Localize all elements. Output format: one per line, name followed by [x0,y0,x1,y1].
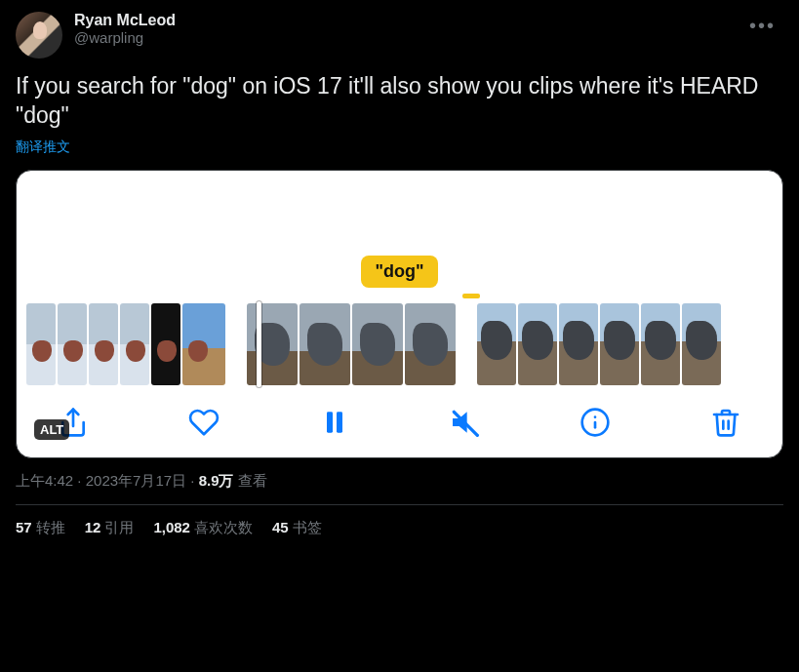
stats-row: 57转推 12引用 1,082喜欢次数 45书签 [16,519,783,537]
stat-likes[interactable]: 1,082喜欢次数 [153,519,253,537]
stat-label: 喜欢次数 [194,519,253,535]
stat-label: 引用 [104,519,134,535]
timeline-thumb[interactable] [89,303,118,385]
timeline-thumb[interactable] [682,303,721,385]
tweet-text: If you search for "dog" on iOS 17 it'll … [16,72,783,131]
heart-icon[interactable] [188,407,220,438]
svg-rect-1 [327,412,333,432]
clip-group-1[interactable] [26,303,225,385]
stat-num: 45 [272,519,289,535]
clip-group-3[interactable] [477,303,721,385]
timeline-thumb[interactable] [477,303,516,385]
timeline-thumb[interactable] [518,303,557,385]
trash-icon[interactable] [710,407,741,438]
divider [16,504,783,505]
timeline-thumb[interactable] [352,303,403,385]
meta-time[interactable]: 上午4:42 [16,472,73,489]
media-toolbar [17,385,782,438]
tweet-container: Ryan McLeod @warpling ••• If you search … [0,0,799,537]
meta-date[interactable]: 2023年7月17日 [86,472,186,489]
tweet-header: Ryan McLeod @warpling ••• [16,12,783,59]
translate-link[interactable]: 翻译推文 [16,138,783,156]
timeline-thumb[interactable] [405,303,456,385]
user-block: Ryan McLeod @warpling [74,12,741,46]
stat-retweets[interactable]: 57转推 [16,519,65,537]
stat-label: 书签 [293,519,322,535]
meta-sep: · [186,472,199,489]
timeline-thumb[interactable] [182,303,225,385]
timeline-thumb[interactable] [26,303,56,385]
clip-group-2[interactable] [247,303,456,385]
stat-num: 1,082 [153,519,190,535]
timeline-thumb[interactable] [120,303,149,385]
display-name[interactable]: Ryan McLeod [74,12,741,29]
media-card[interactable]: "dog" [16,170,783,458]
info-icon[interactable] [579,407,611,438]
timeline-thumb[interactable] [247,303,298,385]
playhead[interactable] [257,301,261,387]
media-inner: "dog" [17,171,782,457]
timeline-thumb[interactable] [641,303,680,385]
timeline-thumb[interactable] [300,303,350,385]
video-timeline[interactable] [17,303,782,385]
timeline-thumb[interactable] [600,303,639,385]
views-count[interactable]: 8.9万 [199,472,234,489]
tweet-meta: 上午4:42 · 2023年7月17日 · 8.9万 查看 [16,472,783,491]
alt-badge[interactable]: ALT [34,419,69,440]
caption-pill: "dog" [361,256,437,288]
stat-quotes[interactable]: 12引用 [85,519,135,537]
views-label: 查看 [234,472,267,489]
stat-num: 57 [16,519,32,535]
stat-label: 转推 [36,519,65,535]
caption-area: "dog" [17,186,782,294]
svg-rect-2 [337,412,342,432]
timeline-thumb[interactable] [151,303,180,385]
more-menu-button[interactable]: ••• [741,12,783,39]
pause-icon[interactable] [319,407,350,438]
meta-sep: · [73,472,86,489]
user-handle[interactable]: @warpling [74,29,741,46]
avatar[interactable] [16,12,62,59]
scrubber-marker-row [17,294,782,299]
stat-num: 12 [85,519,101,535]
stat-bookmarks[interactable]: 45书签 [272,519,322,537]
mute-icon[interactable] [449,407,480,438]
scrubber-marker [462,294,480,298]
timeline-thumb[interactable] [559,303,598,385]
timeline-thumb[interactable] [58,303,87,385]
